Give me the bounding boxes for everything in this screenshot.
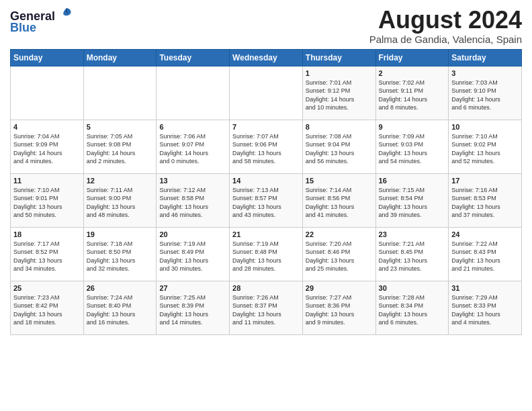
day-info-text: Sunrise: 7:14 AM Sunset: 8:56 PM Dayligh… [306,186,373,220]
day-info-text: Sunrise: 7:20 AM Sunset: 8:46 PM Dayligh… [306,240,373,273]
day-info-text: Sunrise: 7:19 AM Sunset: 8:49 PM Dayligh… [159,240,226,273]
day-info-text: Sunrise: 7:12 AM Sunset: 8:58 PM Dayligh… [159,186,226,220]
day-info-text: Sunrise: 7:09 AM Sunset: 9:03 PM Dayligh… [379,132,446,166]
col-sunday: Sunday [11,49,84,66]
day-info-text: Sunrise: 7:24 AM Sunset: 8:40 PM Dayligh… [87,293,154,327]
day-number: 6 [159,123,226,131]
calendar-week-row: 1Sunrise: 7:01 AM Sunset: 9:12 PM Daylig… [11,66,522,120]
logo-bird-icon [60,7,73,20]
calendar-week-row: 25Sunrise: 7:23 AM Sunset: 8:42 PM Dayli… [11,281,522,334]
day-number: 2 [379,69,446,77]
calendar-cell: 19Sunrise: 7:18 AM Sunset: 8:50 PM Dayli… [83,227,157,281]
col-saturday: Saturday [449,49,522,66]
day-info-text: Sunrise: 7:23 AM Sunset: 8:42 PM Dayligh… [13,293,81,327]
calendar-table: Sunday Monday Tuesday Wednesday Thursday… [10,49,522,335]
day-number: 7 [232,123,300,131]
day-number: 31 [451,284,519,292]
calendar-cell [11,66,84,120]
header: General Blue August 2024 Palma de Gandia… [10,7,522,45]
day-info-text: Sunrise: 7:13 AM Sunset: 8:57 PM Dayligh… [232,186,300,220]
day-info-text: Sunrise: 7:18 AM Sunset: 8:50 PM Dayligh… [87,240,154,273]
day-info-text: Sunrise: 7:28 AM Sunset: 8:34 PM Dayligh… [379,293,446,327]
calendar-cell: 25Sunrise: 7:23 AM Sunset: 8:42 PM Dayli… [11,281,84,334]
calendar-cell: 2Sunrise: 7:02 AM Sunset: 9:11 PM Daylig… [375,66,449,120]
day-info-text: Sunrise: 7:04 AM Sunset: 9:09 PM Dayligh… [13,132,81,166]
day-number: 24 [451,230,519,238]
col-wednesday: Wednesday [230,49,303,66]
day-number: 3 [451,69,519,77]
calendar-cell [157,66,230,120]
day-info-text: Sunrise: 7:27 AM Sunset: 8:36 PM Dayligh… [306,293,373,327]
day-info-text: Sunrise: 7:22 AM Sunset: 8:43 PM Dayligh… [451,240,519,273]
day-info-text: Sunrise: 7:02 AM Sunset: 9:11 PM Dayligh… [379,79,446,112]
calendar-cell: 10Sunrise: 7:10 AM Sunset: 9:02 PM Dayli… [449,120,522,173]
day-number: 12 [87,177,154,185]
month-year-title: August 2024 [369,7,522,34]
location-subtitle: Palma de Gandia, Valencia, Spain [369,34,522,45]
calendar-cell [83,66,157,120]
day-info-text: Sunrise: 7:26 AM Sunset: 8:37 PM Dayligh… [232,293,300,327]
logo: General Blue [10,7,73,35]
calendar-cell: 3Sunrise: 7:03 AM Sunset: 9:10 PM Daylig… [449,66,522,120]
calendar-cell: 13Sunrise: 7:12 AM Sunset: 8:58 PM Dayli… [157,173,230,227]
day-number: 30 [379,284,446,292]
calendar-cell: 16Sunrise: 7:15 AM Sunset: 8:54 PM Dayli… [375,173,449,227]
day-info-text: Sunrise: 7:10 AM Sunset: 9:01 PM Dayligh… [13,186,81,220]
day-number: 13 [159,177,226,185]
calendar-week-row: 18Sunrise: 7:17 AM Sunset: 8:52 PM Dayli… [11,227,522,281]
calendar-header-row: Sunday Monday Tuesday Wednesday Thursday… [11,49,522,66]
calendar-cell: 29Sunrise: 7:27 AM Sunset: 8:36 PM Dayli… [302,281,375,334]
day-number: 1 [306,69,373,77]
day-number: 16 [379,177,446,185]
day-number: 5 [87,123,154,131]
calendar-week-row: 11Sunrise: 7:10 AM Sunset: 9:01 PM Dayli… [11,173,522,227]
calendar-cell: 30Sunrise: 7:28 AM Sunset: 8:34 PM Dayli… [375,281,449,334]
day-number: 9 [379,123,446,131]
calendar-cell: 27Sunrise: 7:25 AM Sunset: 8:39 PM Dayli… [157,281,230,334]
day-number: 23 [379,230,446,238]
calendar-cell: 20Sunrise: 7:19 AM Sunset: 8:49 PM Dayli… [157,227,230,281]
day-info-text: Sunrise: 7:21 AM Sunset: 8:45 PM Dayligh… [379,240,446,273]
day-number: 4 [13,123,81,131]
day-number: 17 [451,177,519,185]
calendar-cell: 14Sunrise: 7:13 AM Sunset: 8:57 PM Dayli… [230,173,303,227]
day-info-text: Sunrise: 7:03 AM Sunset: 9:10 PM Dayligh… [451,79,519,112]
day-info-text: Sunrise: 7:25 AM Sunset: 8:39 PM Dayligh… [159,293,226,327]
calendar-cell: 28Sunrise: 7:26 AM Sunset: 8:37 PM Dayli… [230,281,303,334]
col-friday: Friday [375,49,449,66]
calendar-cell: 31Sunrise: 7:29 AM Sunset: 8:33 PM Dayli… [449,281,522,334]
day-number: 11 [13,177,81,185]
calendar-cell: 24Sunrise: 7:22 AM Sunset: 8:43 PM Dayli… [449,227,522,281]
main-container: General Blue August 2024 Palma de Gandia… [0,0,532,342]
day-number: 28 [232,284,300,292]
col-tuesday: Tuesday [157,49,230,66]
day-info-text: Sunrise: 7:11 AM Sunset: 9:00 PM Dayligh… [87,186,154,220]
day-info-text: Sunrise: 7:16 AM Sunset: 8:53 PM Dayligh… [451,186,519,220]
day-number: 29 [306,284,373,292]
calendar-cell: 18Sunrise: 7:17 AM Sunset: 8:52 PM Dayli… [11,227,84,281]
day-info-text: Sunrise: 7:19 AM Sunset: 8:48 PM Dayligh… [232,240,300,273]
calendar-week-row: 4Sunrise: 7:04 AM Sunset: 9:09 PM Daylig… [11,120,522,173]
day-number: 26 [87,284,154,292]
day-number: 18 [13,230,81,238]
day-info-text: Sunrise: 7:06 AM Sunset: 9:07 PM Dayligh… [159,132,226,166]
col-monday: Monday [83,49,157,66]
calendar-cell: 9Sunrise: 7:09 AM Sunset: 9:03 PM Daylig… [375,120,449,173]
calendar-cell: 12Sunrise: 7:11 AM Sunset: 9:00 PM Dayli… [83,173,157,227]
day-number: 15 [306,177,373,185]
day-info-text: Sunrise: 7:05 AM Sunset: 9:08 PM Dayligh… [87,132,154,166]
day-number: 19 [87,230,154,238]
day-info-text: Sunrise: 7:08 AM Sunset: 9:04 PM Dayligh… [306,132,373,166]
calendar-cell: 11Sunrise: 7:10 AM Sunset: 9:01 PM Dayli… [11,173,84,227]
day-info-text: Sunrise: 7:29 AM Sunset: 8:33 PM Dayligh… [451,293,519,327]
day-number: 20 [159,230,226,238]
day-number: 27 [159,284,226,292]
calendar-cell: 5Sunrise: 7:05 AM Sunset: 9:08 PM Daylig… [83,120,157,173]
day-number: 21 [232,230,300,238]
calendar-cell: 17Sunrise: 7:16 AM Sunset: 8:53 PM Dayli… [449,173,522,227]
calendar-cell: 4Sunrise: 7:04 AM Sunset: 9:09 PM Daylig… [11,120,84,173]
day-info-text: Sunrise: 7:10 AM Sunset: 9:02 PM Dayligh… [451,132,519,166]
calendar-cell: 6Sunrise: 7:06 AM Sunset: 9:07 PM Daylig… [157,120,230,173]
title-area: August 2024 Palma de Gandia, Valencia, S… [369,7,522,45]
day-info-text: Sunrise: 7:07 AM Sunset: 9:06 PM Dayligh… [232,132,300,166]
